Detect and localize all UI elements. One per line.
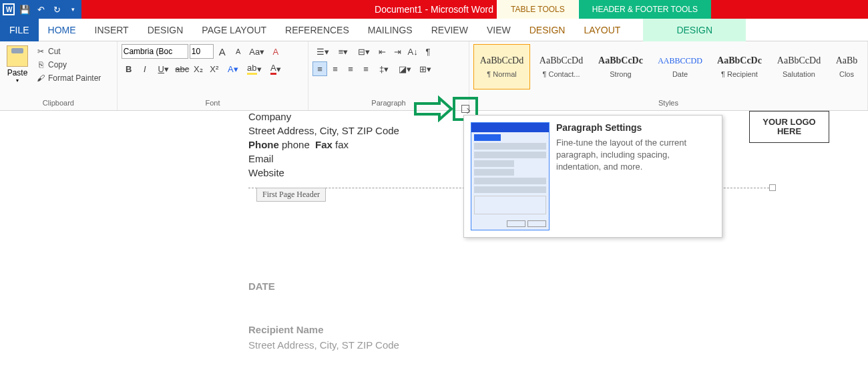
recipient-name-placeholder[interactable]: Recipient Name bbox=[248, 324, 769, 335]
font-group: A A Aa▾ A B I U▾ abc X₂ X² A▾ ab▾ A▾ Fon… bbox=[118, 41, 308, 110]
clipboard-label: Clipboard bbox=[3, 97, 114, 109]
scissors-icon: ✂ bbox=[36, 47, 45, 56]
paste-icon bbox=[7, 45, 28, 67]
underline-button[interactable]: U▾ bbox=[154, 61, 174, 76]
multilevel-list-icon[interactable]: ⊟▾ bbox=[354, 44, 374, 59]
bold-button[interactable]: B bbox=[122, 61, 136, 76]
font-color-icon[interactable]: A▾ bbox=[266, 61, 286, 76]
header-footer-tools-tab: HEADER & FOOTER TOOLS bbox=[578, 0, 711, 19]
tab-design[interactable]: DESIGN bbox=[138, 19, 193, 41]
line-spacing-icon[interactable]: ‡▾ bbox=[374, 61, 394, 76]
change-case-icon[interactable]: Aa▾ bbox=[247, 44, 267, 59]
align-left-icon[interactable]: ≡ bbox=[312, 61, 327, 76]
bullets-icon[interactable]: ☰▾ bbox=[312, 44, 333, 59]
font-size-select[interactable] bbox=[190, 44, 214, 59]
arrow-icon bbox=[414, 96, 454, 122]
font-label: Font bbox=[120, 97, 305, 109]
clipboard-group: Paste ▾ ✂Cut ⎘Copy 🖌Format Painter Clipb… bbox=[0, 41, 118, 110]
logo-placeholder[interactable]: YOUR LOGO HERE bbox=[749, 111, 829, 143]
align-right-icon[interactable]: ≡ bbox=[343, 61, 358, 76]
paste-button[interactable]: Paste ▾ bbox=[3, 43, 32, 97]
tab-view[interactable]: VIEW bbox=[477, 19, 520, 41]
shrink-font-icon[interactable]: A bbox=[231, 44, 246, 59]
tab-review[interactable]: REVIEW bbox=[422, 19, 477, 41]
style-normal[interactable]: AaBbCcDd¶ Normal bbox=[473, 44, 530, 89]
save-icon[interactable]: 💾 bbox=[19, 3, 31, 15]
justify-icon[interactable]: ≡ bbox=[359, 61, 373, 76]
styles-label: Styles bbox=[472, 97, 865, 109]
tab-insert[interactable]: INSERT bbox=[85, 19, 138, 41]
chevron-down-icon: ▾ bbox=[16, 77, 19, 83]
tooltip-title: Paragraph Settings bbox=[556, 122, 715, 133]
sort-icon[interactable]: A↓ bbox=[405, 44, 420, 59]
qat-customize-icon[interactable]: ▾ bbox=[67, 3, 79, 15]
italic-button[interactable]: I bbox=[138, 61, 152, 76]
shading-icon[interactable]: ◪▾ bbox=[395, 61, 415, 76]
undo-icon[interactable]: ↶ bbox=[35, 3, 47, 15]
superscript-button[interactable]: X² bbox=[207, 61, 222, 76]
decrease-indent-icon[interactable]: ⇤ bbox=[375, 44, 389, 59]
tab-hf-design[interactable]: DESIGN bbox=[643, 19, 746, 41]
date-placeholder[interactable]: DATE bbox=[248, 280, 769, 292]
format-painter-button[interactable]: 🖌Format Painter bbox=[35, 72, 102, 84]
tab-mailings[interactable]: MAILINGS bbox=[359, 19, 422, 41]
tooltip-description: Fine-tune the layout of the current para… bbox=[556, 137, 715, 174]
style-contact[interactable]: AaBbCcDd¶ Contact... bbox=[533, 44, 590, 89]
contextual-tool-tabs: TABLE TOOLS HEADER & FOOTER TOOLS bbox=[497, 0, 711, 19]
recipient-address-placeholder[interactable]: Street Address, City, ST ZIP Code bbox=[248, 339, 769, 351]
highlight-icon[interactable]: ab▾ bbox=[244, 61, 264, 76]
grow-font-icon[interactable]: A bbox=[215, 44, 230, 59]
document-title: Document1 - Microsoft Word bbox=[375, 4, 493, 15]
paste-label: Paste bbox=[7, 68, 28, 77]
tab-references[interactable]: REFERENCES bbox=[276, 19, 359, 41]
document-area: YOUR LOGO HERE Company Street Address, C… bbox=[0, 111, 868, 380]
borders-icon[interactable]: ⊞▾ bbox=[415, 61, 435, 76]
copy-icon: ⎘ bbox=[36, 60, 45, 69]
tab-home[interactable]: HOME bbox=[39, 19, 85, 41]
header-tag: First Page Header bbox=[256, 188, 326, 202]
copy-button[interactable]: ⎘Copy bbox=[35, 59, 102, 71]
font-name-select[interactable] bbox=[122, 44, 188, 59]
styles-group: AaBbCcDd¶ Normal AaBbCcDd¶ Contact... Aa… bbox=[469, 41, 868, 110]
brush-icon: 🖌 bbox=[36, 73, 45, 83]
numbering-icon[interactable]: ≡▾ bbox=[333, 44, 353, 59]
tab-file[interactable]: FILE bbox=[0, 19, 39, 41]
word-icon: W bbox=[3, 3, 15, 15]
text-effects-icon[interactable]: A▾ bbox=[223, 61, 243, 76]
subscript-button[interactable]: X₂ bbox=[191, 61, 206, 76]
paragraph-settings-tooltip: Paragraph Settings Fine-tune the layout … bbox=[463, 115, 722, 238]
style-date[interactable]: AABBCCDDDate bbox=[652, 44, 708, 89]
show-marks-icon[interactable]: ¶ bbox=[421, 44, 435, 59]
ribbon-tabs: FILE HOME INSERT DESIGN PAGE LAYOUT REFE… bbox=[0, 19, 868, 41]
cut-button[interactable]: ✂Cut bbox=[35, 45, 102, 57]
style-recipient[interactable]: AaBbCcDc¶ Recipient bbox=[711, 44, 768, 89]
anchor-marker-icon bbox=[769, 184, 776, 191]
increase-indent-icon[interactable]: ⇥ bbox=[390, 44, 405, 59]
title-bar: W 💾 ↶ ↻ ▾ Document1 - Microsoft Word TAB… bbox=[0, 0, 868, 19]
tab-table-layout[interactable]: LAYOUT bbox=[574, 19, 630, 41]
table-tools-tab: TABLE TOOLS bbox=[497, 0, 578, 19]
style-salutation[interactable]: AaBbCcDdSalutation bbox=[771, 44, 827, 89]
tab-page-layout[interactable]: PAGE LAYOUT bbox=[192, 19, 276, 41]
tooltip-preview-image bbox=[471, 122, 550, 230]
quick-access-toolbar: W 💾 ↶ ↻ ▾ bbox=[0, 0, 81, 19]
clear-formatting-icon[interactable]: A bbox=[268, 44, 283, 59]
style-strong[interactable]: AaBbCcDcStrong bbox=[592, 44, 649, 89]
tab-table-design[interactable]: DESIGN bbox=[520, 19, 575, 41]
svg-text:W: W bbox=[6, 6, 13, 13]
strikethrough-button[interactable]: abc bbox=[175, 61, 190, 76]
align-center-icon[interactable]: ≡ bbox=[328, 61, 343, 76]
style-closing[interactable]: AaBbClos bbox=[830, 44, 863, 89]
redo-icon[interactable]: ↻ bbox=[51, 3, 63, 15]
